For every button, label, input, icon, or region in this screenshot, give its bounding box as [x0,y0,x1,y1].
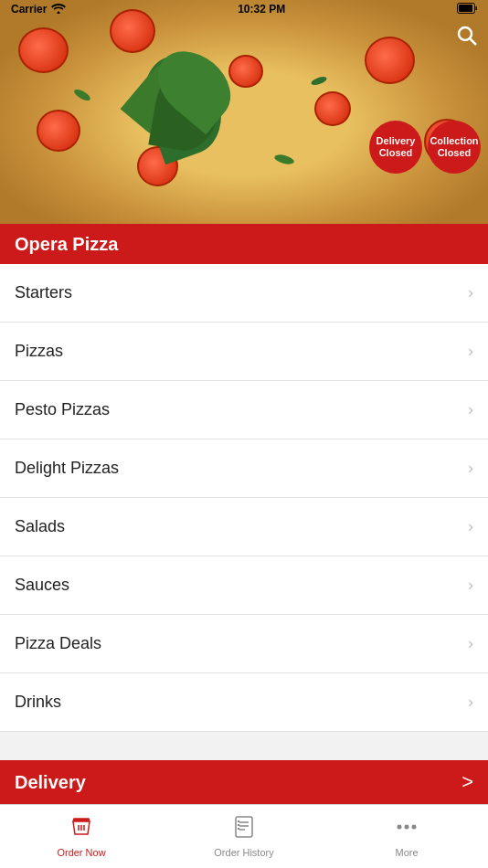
tab-order-history-label: Order History [214,847,273,858]
svg-rect-5 [236,817,252,837]
status-bar: Carrier 10:32 PM [0,0,488,18]
status-left: Carrier [11,3,66,16]
menu-item-delight-pizzas[interactable]: Delight Pizzas › [0,439,488,498]
menu-item-label-delight-pizzas: Delight Pizzas [15,459,119,478]
delivery-closed-text: DeliveryClosed [377,135,416,159]
chevron-icon-drinks: › [468,693,473,712]
order-history-icon [232,815,256,844]
svg-point-10 [405,825,409,830]
tab-more-label: More [395,847,418,858]
status-right [457,3,477,16]
menu-scroll-area[interactable]: Starters › Pizzas › Pesto Pizzas › Delig… [0,264,488,760]
more-icon [395,815,419,844]
hero-section: DeliveryClosed CollectionClosed [0,0,488,224]
tab-order-now[interactable]: Order Now [0,815,163,858]
tab-more[interactable]: More [325,815,488,858]
restaurant-name: Opera Pizza [15,234,118,255]
chevron-icon-delight-pizzas: › [468,459,473,478]
svg-line-4 [471,39,477,46]
closed-badges-container: DeliveryClosed CollectionClosed [369,121,481,174]
wifi-icon [51,3,66,16]
restaurant-bar: Opera Pizza [0,224,488,264]
page-wrapper: Carrier 10:32 PM [0,0,488,868]
collection-closed-text: CollectionClosed [430,135,478,159]
chevron-icon-salads: › [468,517,473,536]
svg-point-3 [459,27,472,40]
carrier-label: Carrier [11,3,47,16]
battery-icon [457,3,477,16]
delivery-banner[interactable]: Delivery > [0,760,488,804]
chevron-icon-sauces: › [468,576,473,595]
chevron-icon-pesto-pizzas: › [468,400,473,419]
tab-order-history[interactable]: Order History [163,815,325,858]
menu-item-sauces[interactable]: Sauces › [0,556,488,615]
menu-item-label-salads: Salads [15,517,65,536]
delivery-banner-arrow: > [461,770,473,794]
chevron-icon-pizza-deals: › [468,634,473,653]
chevron-icon-pizzas: › [468,342,473,361]
menu-item-pizzas[interactable]: Pizzas › [0,323,488,381]
menu-item-label-starters: Starters [15,283,72,302]
svg-point-11 [412,825,417,830]
collection-closed-badge[interactable]: CollectionClosed [428,121,481,174]
menu-item-label-sauces: Sauces [15,576,69,595]
menu-item-label-pizzas: Pizzas [15,342,63,361]
svg-rect-2 [459,5,472,12]
menu-item-drinks[interactable]: Drinks › [0,673,488,732]
menu-item-label-pizza-deals: Pizza Deals [15,634,101,653]
svg-point-9 [398,825,402,830]
delivery-banner-label: Delivery [15,772,86,793]
search-icon[interactable] [457,26,477,50]
menu-item-pesto-pizzas[interactable]: Pesto Pizzas › [0,381,488,439]
menu-item-starters[interactable]: Starters › [0,264,488,323]
status-time: 10:32 PM [238,3,285,16]
menu-item-salads[interactable]: Salads › [0,498,488,556]
menu-item-label-drinks: Drinks [15,693,61,712]
delivery-closed-badge[interactable]: DeliveryClosed [369,121,422,174]
tab-bar: Order Now Order History [0,804,488,868]
menu-list: Starters › Pizzas › Pesto Pizzas › Delig… [0,264,488,732]
pizza-image [0,0,488,224]
svg-point-0 [58,11,60,14]
chevron-icon-starters: › [468,283,473,302]
order-now-icon [69,815,93,844]
menu-item-label-pesto-pizzas: Pesto Pizzas [15,400,110,419]
tab-order-now-label: Order Now [57,847,105,858]
menu-item-pizza-deals[interactable]: Pizza Deals › [0,615,488,673]
